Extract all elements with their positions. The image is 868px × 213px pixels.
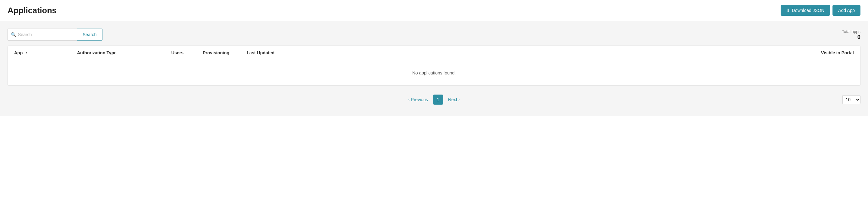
download-json-label: Download JSON: [792, 8, 825, 13]
empty-row: No applications found.: [8, 60, 860, 86]
per-page-wrapper: 10 25 50 100: [842, 95, 861, 104]
col-header-users: Users: [165, 46, 196, 60]
table-container: App ∧ Authorization Type Users Provision…: [7, 45, 861, 86]
main-content: 🔍 Search Total apps 0 App ∧: [0, 21, 868, 116]
col-portal-label: Visible in Portal: [821, 50, 854, 55]
empty-message: No applications found.: [8, 60, 860, 86]
pagination-row: ‹ Previous 1 Next › 10 25 50 100: [7, 91, 861, 109]
table-header: App ∧ Authorization Type Users Provision…: [8, 46, 860, 60]
search-area: 🔍 Search: [7, 29, 102, 40]
previous-button[interactable]: ‹ Previous: [404, 95, 432, 104]
download-json-button[interactable]: ⬇ Download JSON: [781, 5, 830, 16]
col-header-auth: Authorization Type: [71, 46, 165, 60]
search-button[interactable]: Search: [77, 29, 102, 40]
sort-icon-app: ∧: [25, 51, 28, 55]
col-prov-label: Provisioning: [203, 50, 229, 55]
col-users-label: Users: [171, 50, 184, 55]
col-header-provisioning: Provisioning: [196, 46, 240, 60]
next-label: Next: [448, 97, 457, 102]
header-actions: ⬇ Download JSON Add App: [781, 5, 861, 16]
applications-table: App ∧ Authorization Type Users Provision…: [8, 46, 860, 86]
col-header-app[interactable]: App ∧: [8, 46, 71, 60]
chevron-right-icon: ›: [459, 97, 460, 102]
previous-label: Previous: [411, 97, 428, 102]
page-1-button[interactable]: 1: [433, 95, 443, 104]
page-container: Applications ⬇ Download JSON Add App 🔍 S…: [0, 0, 868, 213]
table-body: No applications found.: [8, 60, 860, 86]
total-apps-label: Total apps: [842, 29, 861, 34]
next-button[interactable]: Next ›: [444, 95, 464, 104]
col-header-visible-portal: Visible in Portal: [303, 46, 860, 60]
add-app-button[interactable]: Add App: [833, 5, 861, 16]
search-input[interactable]: [7, 29, 77, 40]
total-apps-section: Total apps 0: [842, 29, 861, 40]
col-header-last-updated: Last Updated: [240, 46, 303, 60]
page-title: Applications: [7, 6, 57, 16]
col-app-label: App: [14, 50, 23, 55]
col-updated-label: Last Updated: [247, 50, 275, 55]
chevron-left-icon: ‹: [408, 97, 409, 102]
table-header-row: App ∧ Authorization Type Users Provision…: [8, 46, 860, 60]
col-auth-label: Authorization Type: [77, 50, 117, 55]
page-header: Applications ⬇ Download JSON Add App: [0, 0, 868, 21]
search-input-wrapper: 🔍: [7, 29, 77, 40]
download-icon: ⬇: [786, 8, 790, 13]
search-row: 🔍 Search Total apps 0: [7, 29, 861, 40]
total-apps-count: 0: [842, 34, 861, 40]
per-page-select[interactable]: 10 25 50 100: [842, 95, 861, 104]
